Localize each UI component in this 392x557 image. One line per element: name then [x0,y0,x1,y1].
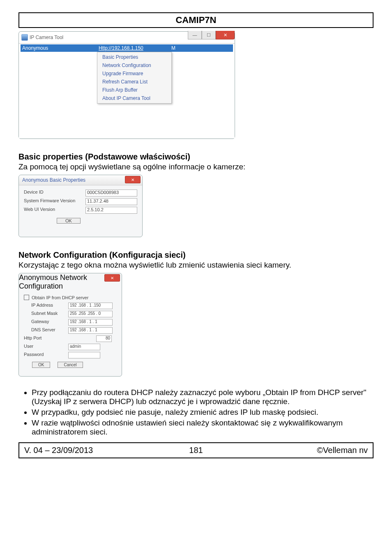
bullet-item: W razie wątpliwości odnośnie ustawień si… [32,418,374,437]
dns-field[interactable]: 192 .168 . 1 . 1 [68,327,113,334]
section-desc-basic: Za pomocą tej opcji wyświetlane są ogóln… [18,162,374,171]
device-id-label: Device ID [24,190,85,196]
ok-button[interactable]: OK [32,362,50,368]
window-title: IP Camera Tool [30,35,63,40]
dhcp-checkbox[interactable] [24,295,29,300]
password-label: Password [24,352,68,358]
fw-version-value: 11.37.2.48 [85,198,137,205]
camera-list: Anonymous Http://192.168.1.150 M Basic P… [19,43,235,138]
user-field[interactable]: admin [68,344,100,350]
dialog-title: Anonymous Network Configuration [19,273,87,290]
page-footer: V. 04 – 23/09/2013 181 ©Velleman nv [18,442,374,458]
password-field[interactable] [68,352,100,358]
ok-button[interactable]: OK [57,218,81,224]
device-id-value: 000C5D008983 [85,190,137,196]
menu-about[interactable]: About IP Camera Tool [97,94,171,102]
camera-status: M [171,45,175,51]
ip-label: IP Address [31,303,68,309]
menu-network-config[interactable]: Network Configuration [97,61,171,69]
footer-version: V. 04 – 23/09/2013 [24,446,139,455]
network-config-dialog: Anonymous Network Configuration ✕ Obtain… [18,273,122,377]
port-field[interactable]: 80 [96,335,112,342]
camera-url: Http://192.168.1.150 [99,45,143,51]
minimize-button[interactable]: — [188,31,202,39]
footer-page: 181 [139,446,254,455]
port-label: Http Port [24,335,68,342]
ip-field[interactable]: 192 .168 . 1 .150 [68,303,113,309]
section-heading-network: Network Configuration (Konfiguracja siec… [18,250,374,260]
section-desc-network: Korzystając z tego okna można wyświetlić… [18,261,374,270]
dialog-titlebar: Anonymous Basic Properties ✕ [19,175,142,185]
menu-upgrade-firmware[interactable]: Upgrade Firmware [97,69,171,78]
basic-properties-dialog: Anonymous Basic Properties ✕ Device ID 0… [18,175,143,237]
window-titlebar: IP Camera Tool — ☐ ✕ [19,32,235,43]
fw-version-label: System Firmware Version [24,198,85,205]
dhcp-label: Obtain IP from DHCP server [32,295,88,300]
doc-header: CAMIP7N [18,12,374,28]
bullet-item: W przypadku, gdy podsieć nie pasuje, nal… [32,408,374,417]
mask-label: Subnet Mask [31,311,68,317]
camera-icon [21,34,28,41]
section-heading-basic: Basic properties (Podstawowe właściwości… [18,152,374,162]
gateway-field[interactable]: 192 .168 . 1 . 1 [68,319,113,326]
gw-label: Gateway [31,319,68,326]
camera-name: Anonymous [22,45,48,51]
bullet-list: Przy podłączaniu do routera DHCP należy … [18,388,374,437]
ip-camera-tool-window: IP Camera Tool — ☐ ✕ Anonymous Http://19… [18,31,235,139]
dialog-titlebar: Anonymous Network Configuration ✕ [19,273,122,291]
dialog-title: Anonymous Basic Properties [22,177,85,183]
cancel-button[interactable]: Cancel [58,362,83,368]
webui-version-value: 2.5.10.2 [85,207,137,214]
camera-row-selected[interactable]: Anonymous Http://192.168.1.150 M [21,44,233,52]
context-menu: Basic Properties Network Configuration U… [97,52,172,104]
close-button[interactable]: ✕ [104,274,120,282]
maximize-button[interactable]: ☐ [202,31,216,39]
mask-field[interactable]: 255 .255 .255 . 0 [68,311,113,317]
dhcp-checkbox-row[interactable]: Obtain IP from DHCP server [24,295,117,300]
dns-label: DNS Server [31,327,68,334]
menu-basic-properties[interactable]: Basic Properties [97,53,171,61]
menu-refresh-list[interactable]: Refresh Camera List [97,78,171,86]
close-button[interactable]: ✕ [216,31,235,39]
window-caption-buttons: — ☐ ✕ [188,31,235,39]
bullet-item: Przy podłączaniu do routera DHCP należy … [32,388,374,406]
close-button[interactable]: ✕ [125,176,141,183]
menu-flush-arp[interactable]: Flush Arp Buffer [97,86,171,94]
footer-copyright: ©Velleman nv [253,446,368,455]
user-label: User [24,344,68,350]
webui-version-label: Web UI Version [24,207,85,214]
